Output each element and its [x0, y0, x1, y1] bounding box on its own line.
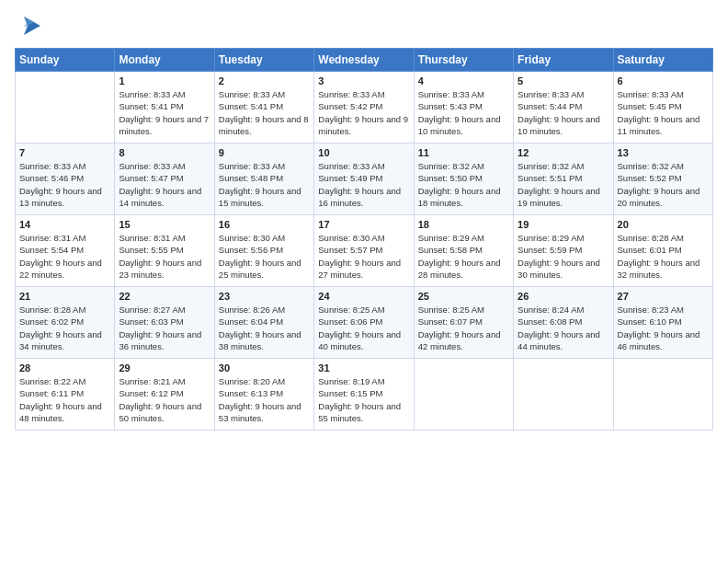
weekday-header: Tuesday — [214, 49, 313, 72]
calendar-cell: 8Sunrise: 8:33 AMSunset: 5:47 PMDaylight… — [115, 144, 214, 215]
calendar-cell: 4Sunrise: 8:33 AMSunset: 5:43 PMDaylight… — [414, 72, 513, 144]
day-number: 12 — [518, 147, 609, 158]
day-number: 2 — [219, 75, 310, 86]
calendar-cell — [414, 359, 513, 431]
calendar-cell: 25Sunrise: 8:25 AMSunset: 6:07 PMDayligh… — [414, 287, 513, 359]
day-number: 11 — [418, 147, 509, 158]
calendar-cell — [16, 72, 115, 144]
calendar-cell: 12Sunrise: 8:32 AMSunset: 5:51 PMDayligh… — [514, 144, 613, 215]
day-info: Sunrise: 8:24 AMSunset: 6:08 PMDaylight:… — [518, 304, 609, 352]
calendar-table: SundayMondayTuesdayWednesdayThursdayFrid… — [15, 48, 713, 431]
day-info: Sunrise: 8:33 AMSunset: 5:48 PMDaylight:… — [219, 160, 310, 209]
calendar-cell: 1Sunrise: 8:33 AMSunset: 5:41 PMDaylight… — [115, 72, 214, 144]
calendar-week-row: 7Sunrise: 8:33 AMSunset: 5:46 PMDaylight… — [16, 144, 713, 215]
day-number: 9 — [219, 147, 310, 158]
day-number: 7 — [19, 147, 110, 158]
day-number: 1 — [119, 75, 210, 86]
calendar-cell: 19Sunrise: 8:29 AMSunset: 5:59 PMDayligh… — [514, 215, 613, 287]
calendar-cell: 6Sunrise: 8:33 AMSunset: 5:45 PMDaylight… — [613, 72, 712, 144]
weekday-header: Sunday — [16, 49, 115, 72]
day-info: Sunrise: 8:29 AMSunset: 5:58 PMDaylight:… — [418, 232, 509, 281]
day-number: 8 — [119, 147, 210, 158]
day-info: Sunrise: 8:31 AMSunset: 5:54 PMDaylight:… — [19, 232, 110, 281]
day-info: Sunrise: 8:32 AMSunset: 5:51 PMDaylight:… — [518, 160, 609, 209]
calendar-week-row: 14Sunrise: 8:31 AMSunset: 5:54 PMDayligh… — [16, 215, 713, 287]
day-number: 24 — [318, 291, 409, 302]
calendar-cell: 29Sunrise: 8:21 AMSunset: 6:12 PMDayligh… — [115, 359, 214, 431]
day-number: 15 — [119, 219, 210, 230]
day-info: Sunrise: 8:30 AMSunset: 5:56 PMDaylight:… — [219, 232, 310, 281]
calendar-cell: 17Sunrise: 8:30 AMSunset: 5:57 PMDayligh… — [314, 215, 414, 287]
calendar-cell: 20Sunrise: 8:28 AMSunset: 6:01 PMDayligh… — [613, 215, 712, 287]
day-info: Sunrise: 8:25 AMSunset: 6:07 PMDaylight:… — [418, 304, 509, 352]
day-number: 3 — [318, 75, 409, 86]
calendar-cell — [613, 359, 712, 431]
header — [15, 9, 713, 42]
day-info: Sunrise: 8:32 AMSunset: 5:52 PMDaylight:… — [618, 160, 709, 209]
day-info: Sunrise: 8:26 AMSunset: 6:04 PMDaylight:… — [219, 304, 310, 352]
calendar-cell: 18Sunrise: 8:29 AMSunset: 5:58 PMDayligh… — [414, 215, 513, 287]
day-info: Sunrise: 8:19 AMSunset: 6:15 PMDaylight:… — [318, 375, 409, 424]
page: SundayMondayTuesdayWednesdayThursdayFrid… — [0, 0, 728, 563]
day-number: 28 — [19, 362, 110, 373]
calendar-cell — [514, 359, 613, 431]
day-info: Sunrise: 8:31 AMSunset: 5:55 PMDaylight:… — [119, 232, 210, 281]
calendar-cell: 14Sunrise: 8:31 AMSunset: 5:54 PMDayligh… — [16, 215, 115, 287]
calendar-week-row: 21Sunrise: 8:28 AMSunset: 6:02 PMDayligh… — [16, 287, 713, 359]
calendar-cell: 2Sunrise: 8:33 AMSunset: 5:41 PMDaylight… — [214, 72, 313, 144]
weekday-header: Monday — [115, 49, 214, 72]
day-info: Sunrise: 8:29 AMSunset: 5:59 PMDaylight:… — [518, 232, 609, 281]
day-number: 14 — [19, 219, 110, 230]
day-number: 4 — [418, 75, 509, 86]
logo-icon — [15, 9, 48, 42]
day-info: Sunrise: 8:33 AMSunset: 5:46 PMDaylight:… — [19, 160, 110, 209]
day-number: 19 — [518, 219, 609, 230]
day-info: Sunrise: 8:28 AMSunset: 6:01 PMDaylight:… — [618, 232, 709, 281]
day-number: 25 — [418, 291, 509, 302]
day-number: 23 — [219, 291, 310, 302]
calendar-cell: 30Sunrise: 8:20 AMSunset: 6:13 PMDayligh… — [214, 359, 313, 431]
day-number: 10 — [318, 147, 409, 158]
calendar-cell: 28Sunrise: 8:22 AMSunset: 6:11 PMDayligh… — [16, 359, 115, 431]
day-number: 13 — [618, 147, 709, 158]
calendar-cell: 26Sunrise: 8:24 AMSunset: 6:08 PMDayligh… — [514, 287, 613, 359]
calendar-week-row: 1Sunrise: 8:33 AMSunset: 5:41 PMDaylight… — [16, 72, 713, 144]
day-info: Sunrise: 8:21 AMSunset: 6:12 PMDaylight:… — [119, 375, 210, 424]
day-info: Sunrise: 8:33 AMSunset: 5:47 PMDaylight:… — [119, 160, 210, 209]
day-info: Sunrise: 8:27 AMSunset: 6:03 PMDaylight:… — [119, 304, 210, 352]
calendar-cell: 22Sunrise: 8:27 AMSunset: 6:03 PMDayligh… — [115, 287, 214, 359]
weekday-header: Wednesday — [314, 49, 414, 72]
logo — [15, 9, 50, 42]
day-number: 6 — [618, 75, 709, 86]
day-info: Sunrise: 8:33 AMSunset: 5:43 PMDaylight:… — [418, 88, 509, 137]
day-info: Sunrise: 8:22 AMSunset: 6:11 PMDaylight:… — [19, 375, 110, 424]
calendar-cell: 9Sunrise: 8:33 AMSunset: 5:48 PMDaylight… — [214, 144, 313, 215]
calendar-cell: 5Sunrise: 8:33 AMSunset: 5:44 PMDaylight… — [514, 72, 613, 144]
day-number: 16 — [219, 219, 310, 230]
day-info: Sunrise: 8:33 AMSunset: 5:41 PMDaylight:… — [119, 88, 210, 137]
day-number: 20 — [618, 219, 709, 230]
calendar-cell: 23Sunrise: 8:26 AMSunset: 6:04 PMDayligh… — [214, 287, 313, 359]
calendar-cell: 24Sunrise: 8:25 AMSunset: 6:06 PMDayligh… — [314, 287, 414, 359]
day-number: 21 — [19, 291, 110, 302]
calendar-cell: 11Sunrise: 8:32 AMSunset: 5:50 PMDayligh… — [414, 144, 513, 215]
calendar-cell: 3Sunrise: 8:33 AMSunset: 5:42 PMDaylight… — [314, 72, 414, 144]
day-number: 22 — [119, 291, 210, 302]
header-row: SundayMondayTuesdayWednesdayThursdayFrid… — [16, 49, 713, 72]
calendar-week-row: 28Sunrise: 8:22 AMSunset: 6:11 PMDayligh… — [16, 359, 713, 431]
day-info: Sunrise: 8:33 AMSunset: 5:41 PMDaylight:… — [219, 88, 310, 137]
calendar-cell: 15Sunrise: 8:31 AMSunset: 5:55 PMDayligh… — [115, 215, 214, 287]
weekday-header: Friday — [514, 49, 613, 72]
day-info: Sunrise: 8:23 AMSunset: 6:10 PMDaylight:… — [618, 304, 709, 352]
day-info: Sunrise: 8:33 AMSunset: 5:49 PMDaylight:… — [318, 160, 409, 209]
day-number: 29 — [119, 362, 210, 373]
day-number: 27 — [618, 291, 709, 302]
day-info: Sunrise: 8:25 AMSunset: 6:06 PMDaylight:… — [318, 304, 409, 352]
calendar-cell: 31Sunrise: 8:19 AMSunset: 6:15 PMDayligh… — [314, 359, 414, 431]
day-info: Sunrise: 8:32 AMSunset: 5:50 PMDaylight:… — [418, 160, 509, 209]
day-number: 18 — [418, 219, 509, 230]
day-info: Sunrise: 8:33 AMSunset: 5:44 PMDaylight:… — [518, 88, 609, 137]
day-number: 31 — [318, 362, 409, 373]
calendar-cell: 10Sunrise: 8:33 AMSunset: 5:49 PMDayligh… — [314, 144, 414, 215]
day-info: Sunrise: 8:28 AMSunset: 6:02 PMDaylight:… — [19, 304, 110, 352]
